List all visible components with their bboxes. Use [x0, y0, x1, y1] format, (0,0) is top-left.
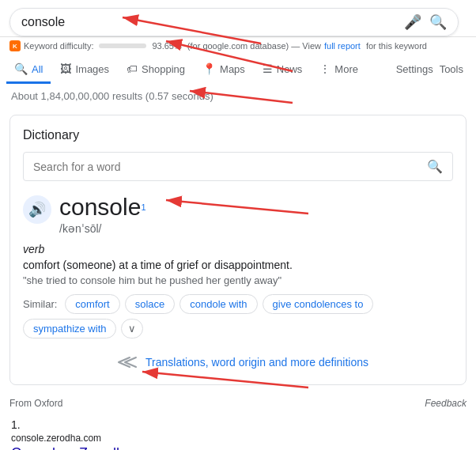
tab-more[interactable]: ⋮ More [312, 55, 366, 84]
result-url: console.zerodha.com [11, 433, 465, 444]
keyword-percentage: 93.65% [152, 41, 181, 51]
search-icon[interactable]: 🔍 [429, 13, 447, 31]
settings-link[interactable]: Settings [396, 63, 433, 75]
translations-link[interactable]: Translations, word origin and more defin… [145, 356, 368, 369]
translations-row: Translations, word origin and more defin… [23, 346, 453, 372]
tab-images[interactable]: 🖼 Images [52, 55, 117, 84]
keyword-icon: K [9, 40, 21, 51]
images-icon: 🖼 [60, 62, 71, 75]
tab-news[interactable]: ☰ News [255, 55, 311, 84]
dictionary-search-button[interactable]: 🔍 [427, 159, 443, 174]
word-superscript: 1 [141, 202, 145, 212]
search-input[interactable] [21, 15, 404, 29]
word-main: console [59, 194, 141, 221]
tab-shopping[interactable]: 🏷 Shopping [119, 55, 193, 84]
keyword-db-text: (for google.com database) — View [185, 41, 321, 51]
tools-link[interactable]: Tools [440, 63, 463, 75]
news-icon: ☰ [263, 62, 273, 75]
search-header: 🎤 🔍 [0, 0, 476, 37]
maps-icon: 📍 [202, 62, 216, 75]
keyword-full-report-link[interactable]: full report [324, 41, 361, 51]
dictionary-card: Dictionary 🔍 🔊 console1 /kənˈsōl/ verb c… [9, 115, 467, 385]
tab-more-label: More [334, 63, 358, 75]
tab-all[interactable]: 🔍 All [6, 55, 51, 84]
word-definition: comfort (someone) at a time of grief or … [23, 259, 453, 271]
feedback-link[interactable]: Feedback [425, 398, 467, 409]
speaker-icon: 🔊 [28, 201, 46, 218]
all-icon: 🔍 [14, 62, 28, 75]
nav-tabs: 🔍 All 🖼 Images 🏷 Shopping 📍 Maps ☰ News … [0, 55, 476, 84]
tab-news-label: News [277, 63, 303, 75]
speaker-button[interactable]: 🔊 [23, 195, 51, 224]
similar-chip-condole[interactable]: condole with [179, 294, 257, 314]
dictionary-search-input[interactable] [33, 161, 427, 173]
similar-label: Similar: [23, 298, 57, 310]
tab-images-label: Images [75, 63, 109, 75]
similar-chip-give-condolences[interactable]: give condolences to [263, 294, 374, 314]
keyword-bar-track [99, 43, 146, 48]
mic-icon[interactable]: 🎤 [404, 13, 421, 31]
result-item-1: 1. console.zerodha.com Console – Zerodha… [0, 412, 476, 450]
word-display: console1 [59, 194, 146, 221]
results-info: About 1,84,00,00,000 results (0.57 secon… [0, 84, 476, 108]
result-title[interactable]: Console – Zerodha [11, 445, 465, 450]
word-header: 🔊 console1 /kənˈsōl/ [23, 194, 453, 235]
keyword-difficulty-label: Keyword difficulty: [24, 41, 93, 51]
nav-settings: Settings Tools [390, 55, 470, 83]
similar-chip-sympathize[interactable]: sympathize with [23, 319, 116, 338]
more-icon: ⋮ [319, 62, 331, 75]
dictionary-title: Dictionary [23, 128, 453, 142]
word-phonetic: /kənˈsōl/ [59, 222, 146, 235]
word-example: "she tried to console him but he pushed … [23, 274, 453, 286]
tab-shopping-label: Shopping [142, 63, 185, 75]
word-text-group: console1 /kənˈsōl/ [59, 194, 146, 235]
page-wrapper: 🎤 🔍 K Keyword difficulty: 93.65% (for go… [0, 0, 476, 450]
similar-chip-solace[interactable]: solace [125, 294, 176, 314]
similar-row: Similar: comfort solace condole with giv… [23, 294, 453, 338]
keyword-suffix: for this keyword [364, 41, 427, 51]
word-pos: verb [23, 243, 453, 255]
source-row: From Oxford Feedback [0, 391, 476, 412]
shopping-icon: 🏷 [127, 62, 138, 75]
similar-more-button[interactable]: ∨ [121, 319, 143, 338]
dictionary-search-wrapper: 🔍 [23, 152, 453, 181]
chevron-left-icon [108, 354, 139, 370]
keyword-difficulty-bar: K Keyword difficulty: 93.65% (for google… [0, 37, 476, 55]
similar-chip-comfort[interactable]: comfort [65, 294, 119, 314]
search-icons: 🎤 🔍 [404, 13, 447, 31]
result-url-text: console.zerodha.com [11, 433, 101, 444]
tab-maps-label: Maps [220, 63, 245, 75]
result-number: 1. [11, 418, 465, 431]
search-bar[interactable]: 🎤 🔍 [9, 8, 459, 36]
source-text: From Oxford [9, 398, 62, 409]
tab-maps[interactable]: 📍 Maps [195, 55, 253, 84]
tab-all-label: All [32, 63, 43, 75]
